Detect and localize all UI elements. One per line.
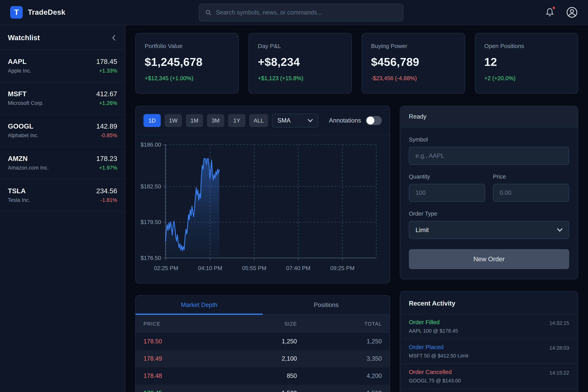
activity-time: 14:32:15 [550,320,569,326]
depth-row[interactable]: 178.492,1003,350 [136,350,390,367]
timeframe-button-3m[interactable]: 3M [207,114,224,127]
global-search [199,4,403,21]
svg-text:$186.00: $186.00 [140,142,161,148]
percent-change: -1.81% [96,197,117,203]
svg-text:09:25 PM: 09:25 PM [330,265,354,271]
activity-item[interactable]: Order CancelledGOOGL 75 @ $143.0014:15:2… [400,364,578,388]
symbol-label: Symbol [409,136,569,143]
depth-total: 1,250 [302,333,390,350]
order-type-label: Order Type [409,210,569,217]
svg-text:07:40 PM: 07:40 PM [286,265,310,271]
search-input[interactable] [216,9,397,16]
watchlist-item-info: MSFTMicrosoft Corp. [8,90,44,106]
depth-size: 2,100 [224,350,302,367]
app-title: TradeDesk [28,8,66,16]
account-button[interactable] [566,6,578,18]
watchlist-item-info: AAPLApple Inc. [8,58,31,74]
depth-size: 850 [224,367,302,384]
stat-label: Day P&L [258,43,342,50]
recent-activity-card: Recent Activity Order FilledAAPL 100 @ $… [400,291,578,392]
depth-row[interactable]: 178.488504,200 [136,367,390,384]
depth-price: 178.50 [136,333,224,350]
timeframe-button-1w[interactable]: 1W [165,114,182,127]
stat-delta: +$1,123 (+15.8%) [258,75,342,82]
stat-delta: -$23,456 (-4.88%) [371,75,456,82]
percent-change: +1.97% [96,165,117,171]
activity-item-text: Order CancelledGOOGL 75 @ $143.00 [409,369,461,384]
watchlist-sidebar: Watchlist AAPLApple Inc.178.45+1.33%MSFT… [0,25,126,392]
watchlist-item-aapl[interactable]: AAPLApple Inc.178.45+1.33% [0,50,125,82]
depth-row[interactable]: 178.501,2501,250 [136,333,390,350]
depth-row[interactable]: 178.451,5001,500 [136,384,390,392]
symbol-field[interactable] [409,147,569,165]
tradedesk-app: T TradeDesk Watchlist AAPLApple Inc.178.… [0,0,588,392]
price-field[interactable] [493,184,569,202]
price-label: Price [493,174,569,180]
stat-cards: Portfolio Value$1,245,678+$12,345 (+1.00… [135,33,578,94]
last-price: 412.67 [96,90,117,98]
depth-price: 178.45 [136,384,224,392]
order-status: Ready [400,106,578,128]
timeframe-button-1m[interactable]: 1M [186,114,203,127]
market-depth-table: PRICE SIZE TOTAL 178.501,2501,250178.492… [136,315,390,392]
stat-value: 12 [484,55,569,68]
stat-label: Buying Power [371,43,456,50]
watchlist-item-quote: 412.67+1.26% [96,90,117,106]
percent-change: +1.33% [96,68,117,74]
watchlist-items: AAPLApple Inc.178.45+1.33%MSFTMicrosoft … [0,50,125,212]
brand[interactable]: T TradeDesk [10,6,66,18]
watchlist-item-googl[interactable]: GOOGLAlphabet Inc.142.89-0.85% [0,114,125,147]
depth-size: 1,500 [224,384,302,392]
stat-value: $456,789 [371,55,456,68]
activity-detail: MSFT 50 @ $412.50 Limit [409,353,468,359]
price-line-chart: $186.00$182.50$179.50$176.5002:25 PM04:1… [140,140,379,279]
ticker-symbol: AAPL [8,58,31,66]
activity-type: Order Placed [409,344,468,350]
stat-card-buying-power: Buying Power$456,789-$23,456 (-4.88%) [362,33,465,94]
indicator-select[interactable]: SMA [272,114,318,128]
annotations-toggle[interactable] [366,116,382,125]
timeframe-buttons: 1D1W1M3M1YALL [144,114,268,127]
timeframe-button-1d[interactable]: 1D [144,114,161,127]
new-order-button[interactable]: New Order [409,249,569,269]
chart-plot-area[interactable]: $186.00$182.50$179.50$176.5002:25 PM04:1… [136,135,390,283]
stat-card-open-positions: Open Positions12+2 (+20.0%) [475,33,578,94]
activity-item[interactable]: Order PlacedMSFT 50 @ $412.50 Limit14:28… [400,339,578,364]
stat-delta: +2 (+20.0%) [484,75,569,82]
watchlist-item-tsla[interactable]: TSLATesla Inc.234.56-1.81% [0,179,125,212]
activity-time: 14:15:22 [550,370,569,376]
ticker-symbol: GOOGL [8,122,39,130]
quantity-field[interactable] [409,184,485,202]
app-logo: T [10,6,23,18]
chevron-down-icon [557,228,562,232]
depth-total: 3,350 [302,350,390,367]
ticker-symbol: MSFT [8,90,44,98]
activity-item[interactable]: Price AlertTSLA reached $235.0014:05:41 [400,388,578,392]
activity-time: 14:28:03 [550,345,569,351]
col-header-size: SIZE [224,315,302,333]
ticker-symbol: TSLA [8,187,30,195]
svg-text:$182.50: $182.50 [140,183,161,190]
annotations-label: Annotations [329,117,361,124]
stat-card-day-p-l: Day P&L+$8,234+$1,123 (+15.8%) [248,33,352,94]
watchlist-item-msft[interactable]: MSFTMicrosoft Corp.412.67+1.26% [0,82,125,114]
timeframe-button-1y[interactable]: 1Y [228,114,246,127]
activity-item[interactable]: Order FilledAAPL 100 @ $178.4514:32:15 [400,314,578,339]
percent-change: +1.26% [96,100,117,106]
timeframe-button-all[interactable]: ALL [249,114,268,127]
watchlist-item-quote: 142.89-0.85% [96,122,117,138]
order-type-select[interactable]: Limit [409,221,569,239]
tab-market-depth[interactable]: Market Depth [136,296,263,314]
depth-total: 4,200 [302,367,390,384]
tab-positions[interactable]: Positions [263,296,390,314]
svg-text:04:10 PM: 04:10 PM [198,265,222,271]
stat-value: +$8,234 [258,55,342,68]
svg-text:$176.50: $176.50 [140,255,161,261]
collapse-sidebar-icon[interactable] [111,34,117,41]
last-price: 234.56 [96,187,117,195]
search-icon [205,9,212,16]
depth-tabs: Market DepthPositions [136,296,390,315]
watchlist-item-amzn[interactable]: AMZNAmazon.com Inc.178.23+1.97% [0,147,125,179]
notifications-button[interactable] [545,8,554,17]
activity-title: Recent Activity [400,292,578,314]
